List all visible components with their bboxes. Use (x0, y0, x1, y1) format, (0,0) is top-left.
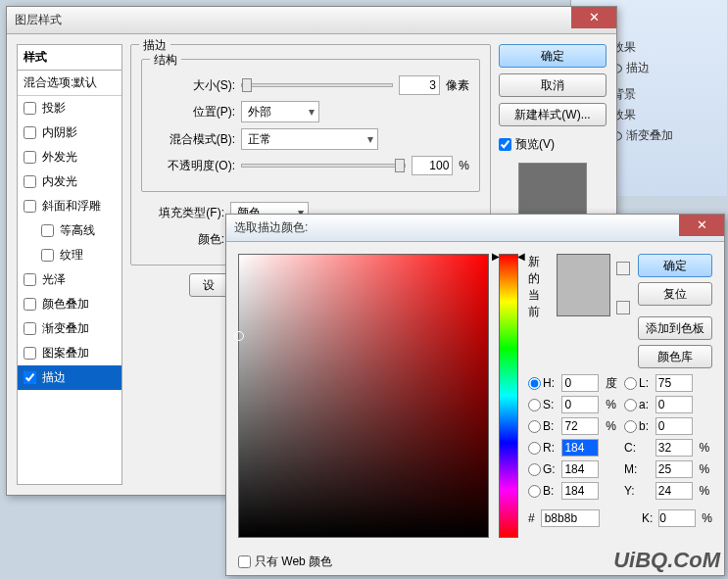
b2-input[interactable] (655, 417, 693, 435)
styles-header: 样式 (18, 45, 121, 71)
s-radio[interactable]: S: (528, 398, 558, 411)
newcur-labels: 新的 当前 (528, 254, 549, 316)
current-color[interactable] (558, 285, 609, 315)
m-label: M: (624, 462, 652, 476)
checkbox[interactable] (24, 126, 36, 139)
s-input[interactable] (561, 396, 599, 413)
l-radio[interactable]: L: (624, 376, 652, 390)
saturation-value-field[interactable] (238, 254, 489, 538)
hash-label: # (528, 511, 535, 525)
color-label: 颜色: (141, 231, 224, 248)
style-inner-shadow[interactable]: 内阴影 (18, 121, 121, 145)
new-current-swatch (557, 254, 630, 368)
style-inner-glow[interactable]: 内发光 (18, 169, 121, 194)
color-values: H:度 L: S:% a: B:% b: R: C:% G: M:% B: Y:… (528, 374, 712, 500)
c-input[interactable] (655, 439, 693, 457)
checkbox[interactable] (24, 151, 36, 164)
styles-list: 样式 混合选项:默认 投影 内阴影 外发光 内发光 斜面和浮雕 等高线 纹理 光… (17, 44, 122, 485)
style-outer-glow[interactable]: 外发光 (18, 145, 121, 169)
style-bevel[interactable]: 斜面和浮雕 (18, 194, 121, 218)
checkbox[interactable] (24, 102, 36, 115)
bb-radio[interactable]: B: (528, 484, 558, 498)
style-drop-shadow[interactable]: 投影 (18, 96, 121, 121)
style-contour[interactable]: 等高线 (18, 218, 121, 243)
checkbox[interactable] (24, 273, 36, 286)
y-input[interactable] (655, 482, 693, 500)
c-label: C: (624, 441, 652, 455)
color-lib-button[interactable]: 颜色库 (638, 345, 712, 368)
slider-thumb[interactable] (395, 159, 405, 172)
hue-slider[interactable]: ▶ ◀ (499, 254, 518, 538)
bv-radio[interactable]: B: (528, 419, 558, 433)
new-style-button[interactable]: 新建样式(W)... (499, 103, 607, 126)
style-stroke[interactable]: 描边 (18, 365, 121, 390)
cube-icon[interactable] (616, 262, 630, 275)
size-label: 大小(S): (152, 77, 235, 94)
position-combo[interactable]: 外部 (241, 101, 319, 122)
close-icon[interactable]: ✕ (679, 215, 724, 236)
r-input[interactable] (561, 439, 599, 457)
b2-radio[interactable]: b: (624, 419, 652, 433)
checkbox[interactable] (41, 249, 54, 262)
slider-thumb[interactable] (242, 78, 252, 92)
picker-title: 选取描边颜色: (234, 219, 308, 236)
a-radio[interactable]: a: (624, 398, 652, 411)
style-satin[interactable]: 光泽 (18, 267, 121, 292)
bb-input[interactable] (561, 482, 599, 500)
r-radio[interactable]: R: (528, 441, 558, 455)
l-input[interactable] (655, 374, 693, 392)
cancel-button[interactable]: 取消 (499, 73, 607, 97)
preview-checkbox[interactable]: 预览(V) (499, 136, 607, 153)
blendmode-label: 混合模式(B): (152, 131, 235, 148)
opacity-slider[interactable] (241, 164, 406, 168)
ok-button[interactable]: 确定 (499, 44, 607, 68)
picker-titlebar[interactable]: 选取描边颜色: ✕ (226, 215, 724, 242)
size-slider[interactable] (241, 83, 393, 87)
checkbox[interactable] (24, 347, 36, 360)
blend-defaults[interactable]: 混合选项:默认 (18, 71, 121, 96)
bv-input[interactable] (561, 417, 599, 435)
h-input[interactable] (561, 374, 599, 392)
m-input[interactable] (655, 460, 693, 478)
size-input[interactable] (399, 75, 440, 95)
g-input[interactable] (561, 460, 599, 478)
set-default-button[interactable]: 设 (189, 273, 228, 297)
checkbox[interactable] (238, 555, 251, 568)
k-input[interactable] (658, 509, 696, 527)
style-gradient-overlay[interactable]: 渐变叠加 (18, 316, 121, 341)
style-texture[interactable]: 纹理 (18, 243, 121, 267)
g-radio[interactable]: G: (528, 462, 558, 476)
filltype-label: 填充类型(F): (141, 205, 224, 221)
checkbox[interactable] (24, 175, 36, 188)
structure-fieldset: 结构 大小(S): 像素 位置(P): 外部 混合模式(B): 正常 (141, 59, 480, 192)
position-label: 位置(P): (152, 104, 235, 121)
opacity-unit: % (459, 159, 469, 172)
close-icon[interactable]: ✕ (571, 7, 616, 28)
checkbox[interactable] (24, 200, 36, 213)
sv-cursor[interactable] (234, 331, 244, 341)
opacity-input[interactable] (412, 156, 453, 175)
blendmode-combo[interactable]: 正常 (241, 128, 378, 150)
swatch-small-icon[interactable] (616, 301, 630, 314)
checkbox[interactable] (41, 224, 54, 237)
h-radio[interactable]: H: (528, 376, 558, 390)
style-pattern-overlay[interactable]: 图案叠加 (18, 341, 121, 365)
checkbox[interactable] (499, 138, 511, 151)
picker-ok-button[interactable]: 确定 (638, 254, 712, 277)
checkbox[interactable] (24, 298, 36, 311)
style-color-overlay[interactable]: 颜色叠加 (18, 292, 121, 316)
color-picker-dialog: 选取描边颜色: ✕ ▶ ◀ 新的 当前 (225, 214, 725, 576)
hue-arrow-icon: ▶ (492, 251, 500, 262)
checkbox[interactable] (24, 371, 36, 384)
opacity-label: 不透明度(O): (152, 158, 235, 174)
titlebar[interactable]: 图层样式 ✕ (7, 7, 616, 34)
picker-reset-button[interactable]: 复位 (638, 282, 712, 306)
size-unit: 像素 (446, 77, 469, 94)
fieldset-title: 结构 (150, 52, 181, 69)
checkbox[interactable] (24, 322, 36, 335)
hex-input[interactable] (541, 509, 600, 527)
add-swatch-button[interactable]: 添加到色板 (638, 316, 712, 340)
new-color[interactable] (558, 255, 609, 285)
a-input[interactable] (655, 396, 693, 413)
hue-arrow-icon: ◀ (517, 251, 525, 262)
